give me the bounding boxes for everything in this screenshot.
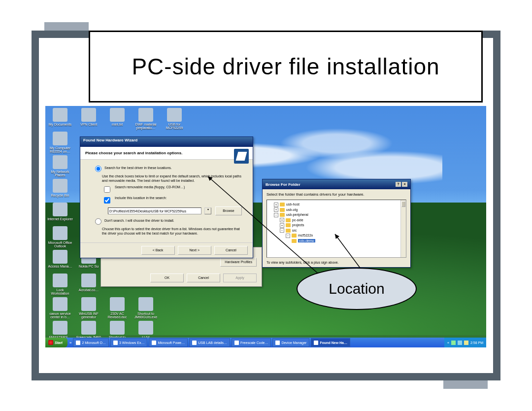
quicklaunch-chevron[interactable]: » — [69, 341, 71, 345]
start-label: Start — [55, 341, 63, 344]
tray-chevron[interactable]: « — [447, 341, 449, 344]
taskbar-item[interactable]: Device Manager — [272, 338, 309, 347]
slide-title-box: PC-side driver file installation — [89, 31, 483, 103]
taskbar: Start » 2 Microsoft O… 3 Windows Ex… Mic… — [45, 338, 486, 347]
taskbar-label: 3 Windows Ex… — [119, 341, 144, 344]
taskbar-item[interactable]: Freescale Code… — [232, 338, 271, 347]
tray-icon[interactable] — [451, 341, 456, 345]
app-icon — [234, 341, 239, 345]
taskbar-label: 2 Microsoft O… — [82, 341, 106, 344]
svg-line-0 — [208, 176, 319, 274]
app-icon — [192, 341, 197, 345]
app-icon — [275, 341, 280, 345]
app-icon — [76, 341, 80, 345]
embedded-screenshot: My Documents My Computer R63554 on… My N… — [45, 106, 486, 347]
taskbar-item[interactable]: Microsoft Powe… — [149, 338, 188, 347]
accent-top-left — [44, 22, 89, 31]
frame-right — [493, 31, 500, 380]
annotation-location: Location — [297, 268, 417, 310]
svg-line-1 — [335, 234, 361, 269]
annotation-text: Location — [329, 280, 384, 297]
taskbar-label: USB LAB details… — [198, 341, 227, 344]
tray-icon[interactable] — [458, 341, 462, 345]
windows-icon — [48, 340, 53, 345]
taskbar-label: Freescale Code… — [240, 341, 268, 344]
frame-bottom — [32, 373, 500, 380]
start-button[interactable]: Start — [45, 338, 67, 347]
annotation-arrows — [45, 106, 486, 347]
system-tray[interactable]: « 2:58 PM — [444, 338, 486, 347]
taskbar-item-active[interactable]: Found New Ha… — [311, 338, 350, 347]
slide-title: PC-side driver file installation — [132, 53, 439, 80]
taskbar-item[interactable]: USB LAB details… — [189, 338, 230, 347]
clock: 2:58 PM — [470, 341, 483, 344]
taskbar-item[interactable]: 3 Windows Ex… — [110, 338, 147, 347]
tray-icon[interactable] — [464, 341, 468, 345]
app-icon — [152, 341, 156, 345]
app-icon — [314, 341, 318, 345]
taskbar-label: Found New Ha… — [320, 341, 347, 344]
app-icon — [113, 341, 118, 345]
taskbar-label: Device Manager — [281, 341, 306, 344]
frame-left — [32, 31, 39, 380]
taskbar-item[interactable]: 2 Microsoft O… — [73, 338, 109, 347]
taskbar-label: Microsoft Powe… — [158, 341, 185, 344]
accent-bottom-right — [443, 380, 488, 389]
